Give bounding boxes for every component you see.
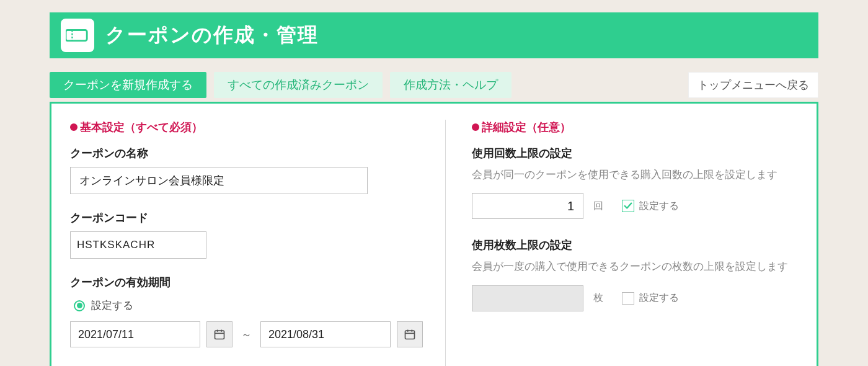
use-qty-checkbox-label: 設定する (639, 292, 679, 305)
tab-all-coupons[interactable]: すべての作成済みクーポン (214, 72, 383, 98)
calendar-start-button[interactable] (206, 321, 232, 347)
use-qty-checkbox[interactable] (622, 292, 634, 305)
svg-rect-5 (405, 331, 415, 339)
date-end-input[interactable]: 2021/08/31 (260, 321, 391, 347)
basic-section-title: 基本設定（すべて必須） (70, 120, 423, 135)
column-divider (445, 120, 446, 366)
radio-on-icon (74, 300, 85, 311)
valid-period-label: クーポンの有効期間 (70, 275, 423, 290)
form-panel: 基本設定（すべて必須） クーポンの名称 クーポンコード クーポンの有効期間 設定… (50, 102, 818, 366)
use-qty-unit: 枚 (593, 292, 603, 305)
bullet-icon (70, 123, 78, 131)
use-qty-desc: 会員が一度の購入で使用できるクーポンの枚数の上限を設定します (472, 259, 798, 275)
use-count-input[interactable] (472, 193, 583, 219)
coupon-name-label: クーポンの名称 (70, 146, 423, 161)
basic-settings-column: 基本設定（すべて必須） クーポンの名称 クーポンコード クーポンの有効期間 設定… (70, 120, 441, 366)
tilde-separator: ～ (241, 328, 252, 342)
use-count-checkbox[interactable] (622, 200, 634, 212)
page-header: クーポンの作成・管理 (50, 12, 818, 58)
advanced-settings-column: 詳細設定（任意） 使用回数上限の設定 会員が同一のクーポンを使用できる購入回数の… (450, 120, 798, 366)
use-count-label: 使用回数上限の設定 (472, 146, 798, 161)
page-title: クーポンの作成・管理 (105, 22, 319, 49)
coupon-icon (61, 19, 94, 52)
use-count-desc: 会員が同一のクーポンを使用できる購入回数の上限を設定します (472, 167, 798, 183)
tab-create-new[interactable]: クーポンを新規作成する (50, 72, 206, 98)
back-to-top-link[interactable]: トップメニューへ戻る (688, 72, 818, 98)
tabs-row: クーポンを新規作成する すべての作成済みクーポン 作成方法・ヘルプ トップメニュ… (50, 72, 818, 98)
period-set-label: 設定する (91, 298, 133, 313)
check-icon (624, 202, 632, 210)
calendar-icon (404, 328, 416, 341)
use-qty-label: 使用枚数上限の設定 (472, 238, 798, 252)
advanced-section-title: 詳細設定（任意） (472, 120, 798, 135)
coupon-code-label: クーポンコード (70, 210, 423, 225)
coupon-name-input[interactable] (70, 167, 368, 194)
use-count-checkbox-label: 設定する (639, 200, 679, 213)
bullet-icon (472, 123, 479, 131)
use-qty-input[interactable] (472, 285, 583, 311)
calendar-icon (213, 328, 226, 341)
use-count-unit: 回 (593, 200, 603, 213)
coupon-code-input[interactable] (70, 231, 206, 259)
period-set-radio-row[interactable]: 設定する (74, 298, 423, 313)
date-start-input[interactable]: 2021/07/11 (70, 321, 200, 347)
tab-help[interactable]: 作成方法・ヘルプ (390, 72, 512, 98)
calendar-end-button[interactable] (397, 321, 423, 347)
svg-rect-1 (215, 331, 224, 339)
